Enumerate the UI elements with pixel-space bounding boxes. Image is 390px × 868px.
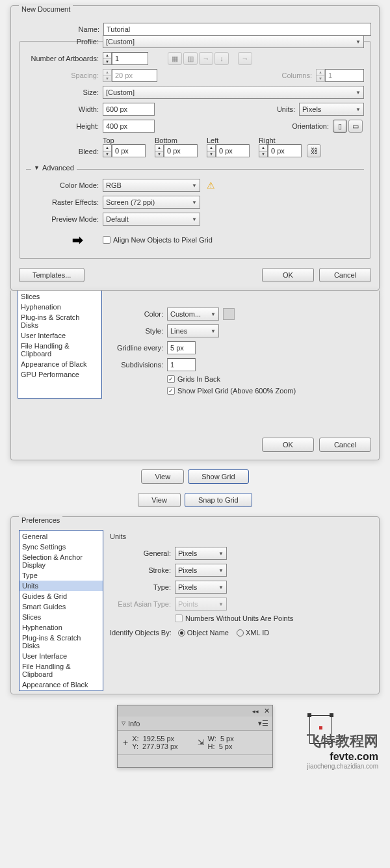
warning-icon: ⚠ — [207, 180, 215, 191]
dialog-title: Preferences — [19, 516, 62, 524]
gridline-label: Gridline every: — [115, 344, 167, 352]
arrow-right-icon[interactable]: → — [199, 52, 213, 65]
grid-color-swatch[interactable] — [223, 308, 235, 320]
size-select[interactable]: [Custom] — [103, 86, 364, 99]
raster-label: Raster Effects: — [26, 198, 103, 206]
portrait-icon[interactable]: ▯ — [333, 120, 347, 133]
view-button[interactable]: View — [141, 469, 184, 484]
ok-button[interactable]: OK — [262, 268, 314, 282]
artboards-input[interactable] — [112, 52, 148, 65]
grids-back-label: Grids In Back — [177, 375, 220, 383]
prefs-item[interactable]: Slices — [20, 612, 103, 622]
bleed-top-spinner[interactable]: ▲▼ — [103, 144, 112, 157]
prefs-item[interactable]: Type — [20, 570, 103, 581]
prefs-item[interactable]: Plug-ins & Scratch Disks — [20, 633, 103, 651]
snap-grid-button[interactable]: Snap to Grid — [185, 493, 252, 507]
bleed-label: Bleed: — [26, 148, 103, 157]
gridline-input[interactable] — [167, 341, 196, 354]
cancel-button[interactable]: Cancel — [319, 268, 371, 282]
objname-radio[interactable] — [178, 629, 185, 637]
width-label: Width: — [26, 105, 103, 113]
prefs-list[interactable]: GeneralSync SettingsSelection & Anchor D… — [19, 530, 103, 691]
bleed-right-label: Right — [259, 137, 302, 144]
bleed-bottom-spinner[interactable]: ▲▼ — [155, 144, 164, 157]
show-pixel-checkbox[interactable] — [167, 387, 175, 395]
prefs-item[interactable]: Appearance of Black — [20, 679, 103, 690]
subdiv-input[interactable] — [167, 358, 196, 371]
panel-menu-icon[interactable]: ◂◂ — [252, 708, 259, 715]
x-value: 192.55 px — [143, 735, 174, 743]
prefs-item[interactable]: File Handling & Clipboard — [18, 341, 101, 359]
ok-button[interactable]: OK — [262, 438, 314, 452]
prefs-item[interactable]: User Interface — [18, 330, 101, 341]
prefs-item[interactable]: Sync Settings — [20, 542, 103, 552]
prefs-item[interactable]: Selection & Anchor Display — [20, 552, 103, 570]
width-input[interactable] — [103, 103, 155, 116]
cancel-button[interactable]: Cancel — [319, 438, 371, 452]
align-pixel-label: Align New Objects to Pixel Grid — [113, 236, 213, 244]
bleed-top-input[interactable] — [112, 144, 146, 157]
orientation-label: Orientation: — [292, 122, 333, 130]
prefs-item[interactable]: Hyphenation — [18, 302, 101, 312]
spacing-input — [112, 69, 157, 82]
info-title: Info — [128, 720, 140, 728]
xmlid-radio[interactable] — [237, 629, 244, 637]
prefs-item[interactable]: Appearance of Black — [18, 359, 101, 369]
grid-color-label: Color: — [115, 310, 167, 318]
name-input[interactable] — [103, 23, 371, 36]
colormode-select[interactable]: RGB — [103, 179, 200, 192]
prefs-item[interactable]: Smart Guides — [20, 601, 103, 612]
artboards-label: Number of Artboards: — [26, 55, 103, 62]
raster-select[interactable]: Screen (72 ppi) — [103, 196, 200, 209]
subdiv-label: Subdivisions: — [115, 361, 167, 369]
info-panel: ◂◂ ✕ ▽ Info ▾☰ + X: 192.55 px Y: 277.973… — [117, 705, 273, 768]
arrow-ltr-icon[interactable]: → — [238, 52, 252, 65]
grid-color-select[interactable]: Custom... — [167, 308, 219, 321]
bleed-left-input[interactable] — [216, 144, 250, 157]
prefs-list[interactable]: SlicesHyphenationPlug-ins & Scratch Disk… — [18, 291, 102, 399]
advanced-toggle[interactable]: ▼ Advanced — [31, 164, 77, 172]
units-select[interactable]: Pixels — [299, 103, 364, 116]
bleed-right-input[interactable] — [268, 144, 302, 157]
triangle-down-icon: ▼ — [34, 164, 40, 171]
prefs-item[interactable]: Hyphenation — [20, 622, 103, 633]
show-grid-button[interactable]: Show Grid — [188, 469, 248, 484]
grid-cols-icon[interactable]: ▥ — [183, 52, 198, 65]
prefs-item[interactable]: Slices — [18, 291, 101, 302]
general-label: General: — [110, 549, 175, 557]
prefs-item[interactable]: Plug-ins & Scratch Disks — [18, 312, 101, 330]
arrow-down-icon[interactable]: ↓ — [214, 52, 229, 65]
height-input[interactable] — [103, 120, 155, 133]
prefs-item[interactable]: Guides & Grid — [20, 591, 103, 601]
dialog-title: New Document — [19, 5, 73, 13]
grids-back-checkbox[interactable] — [167, 375, 175, 383]
preview-select[interactable]: Default — [103, 213, 200, 226]
spacing-spinner: ▲▼ — [103, 69, 112, 82]
general-select[interactable]: Pixels — [175, 547, 227, 560]
templates-button[interactable]: Templates... — [19, 268, 84, 282]
grid-rows-icon[interactable]: ▦ — [168, 52, 182, 65]
prefs-item[interactable]: User Interface — [20, 651, 103, 661]
close-icon[interactable]: ✕ — [264, 707, 270, 715]
dimensions-icon: ⇲ — [198, 738, 204, 747]
view-button[interactable]: View — [138, 493, 181, 507]
bleed-top-label: Top — [103, 137, 146, 144]
link-bleed-icon[interactable]: ⛓ — [307, 144, 321, 157]
bleed-right-spinner[interactable]: ▲▼ — [259, 144, 268, 157]
bleed-left-spinner[interactable]: ▲▼ — [207, 144, 216, 157]
type-select[interactable]: Pixels — [175, 581, 227, 594]
prefs-item[interactable]: File Handling & Clipboard — [20, 661, 103, 679]
grid-style-select[interactable]: Lines — [167, 324, 219, 337]
bleed-bottom-input[interactable] — [164, 144, 198, 157]
stroke-select[interactable]: Pixels — [175, 564, 227, 577]
panel-options-icon[interactable]: ▾☰ — [258, 719, 268, 728]
triangle-icon[interactable]: ▽ — [122, 720, 125, 726]
prefs-item[interactable]: GPU Performance — [18, 369, 101, 380]
landscape-icon[interactable]: ▭ — [348, 120, 363, 133]
align-pixel-checkbox[interactable] — [103, 236, 110, 244]
profile-select[interactable]: [Custom] — [103, 35, 364, 48]
artboards-spinner[interactable]: ▲▼ — [103, 52, 112, 65]
prefs-item[interactable]: General — [20, 531, 103, 542]
grid-style-label: Style: — [115, 327, 167, 335]
prefs-item[interactable]: Units — [20, 581, 103, 591]
